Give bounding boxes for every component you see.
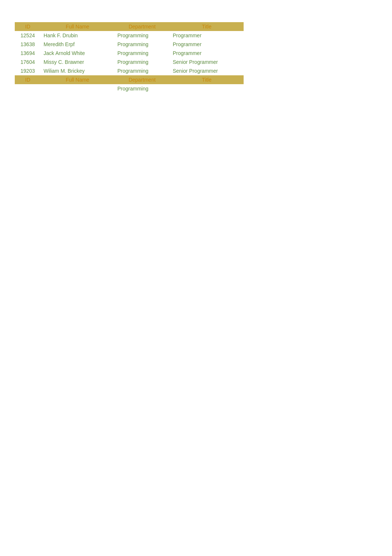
main-table: ID Full Name Department Title 12524 Hank…	[15, 22, 244, 93]
cell-title: Programmer	[170, 49, 244, 58]
table-header-row: ID Full Name Department Title	[15, 22, 244, 31]
cell-department: Programming	[114, 31, 170, 40]
header-title: Title	[170, 22, 244, 31]
cell-id: 13694	[15, 49, 41, 58]
header-department: Department	[114, 22, 170, 31]
cell-id: 13638	[15, 40, 41, 49]
footer-header-full-name: Full Name	[41, 75, 114, 84]
cell-id: 12524	[15, 31, 41, 40]
cell-full-name: Hank F. Drubin	[41, 31, 114, 40]
cell-department: Programming	[114, 40, 170, 49]
table-row: 19203 Wiliam M. Brickey Programming Seni…	[15, 66, 244, 75]
table-row: 12524 Hank F. Drubin Programming Program…	[15, 31, 244, 40]
extra-cell-title	[170, 84, 244, 93]
cell-department: Programming	[114, 66, 170, 75]
footer-header-id: ID	[15, 75, 41, 84]
extra-row: Programming	[15, 84, 244, 93]
cell-id: 19203	[15, 66, 41, 75]
cell-department: Programming	[114, 49, 170, 58]
table-row: 17604 Missy C. Brawner Programming Senio…	[15, 58, 244, 66]
cell-id: 17604	[15, 58, 41, 66]
cell-title: Senior Programmer	[170, 58, 244, 66]
cell-title: Programmer	[170, 40, 244, 49]
cell-full-name: Wiliam M. Brickey	[41, 66, 114, 75]
footer-header-title: Title	[170, 75, 244, 84]
cell-title: Programmer	[170, 31, 244, 40]
header-id: ID	[15, 22, 41, 31]
cell-department: Programming	[114, 58, 170, 66]
extra-cell-name	[41, 84, 114, 93]
extra-cell-dept: Programming	[114, 84, 170, 93]
cell-title: Senior Programmer	[170, 66, 244, 75]
table-row: 13694 Jack Arnold White Programming Prog…	[15, 49, 244, 58]
footer-header-department: Department	[114, 75, 170, 84]
cell-full-name: Meredith Erpf	[41, 40, 114, 49]
table-row: 13638 Meredith Erpf Programming Programm…	[15, 40, 244, 49]
extra-cell-id	[15, 84, 41, 93]
table-footer-header-row: ID Full Name Department Title	[15, 75, 244, 84]
cell-full-name: Missy C. Brawner	[41, 58, 114, 66]
cell-full-name: Jack Arnold White	[41, 49, 114, 58]
header-full-name: Full Name	[41, 22, 114, 31]
